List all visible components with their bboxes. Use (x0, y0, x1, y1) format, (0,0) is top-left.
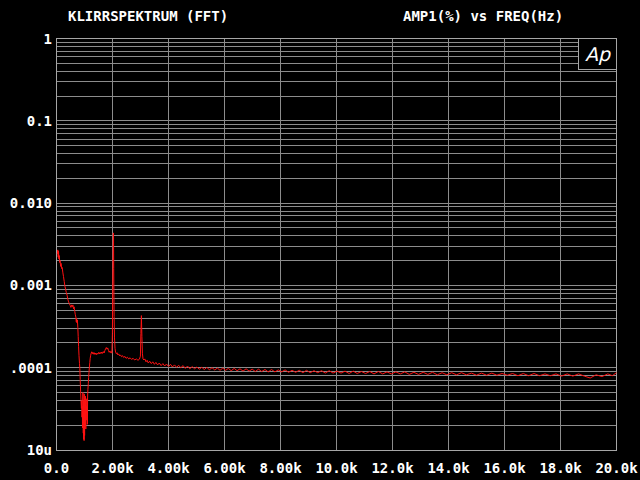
y-tick-label: 10u (0, 442, 52, 458)
x-tick-label: 18.0k (529, 460, 593, 476)
x-tick-label: 20.0k (585, 460, 640, 476)
y-tick-label: 0.010 (0, 195, 52, 211)
y-tick-label: 1 (0, 31, 52, 47)
x-tick-label: 8.00k (249, 460, 313, 476)
plot-area (0, 0, 640, 480)
ap-logo: Ap (578, 38, 617, 70)
x-tick-label: 14.0k (417, 460, 481, 476)
x-tick-label: 10.0k (305, 460, 369, 476)
y-tick-label: .0001 (0, 360, 52, 376)
x-tick-label: 16.0k (473, 460, 537, 476)
x-tick-label: 4.00k (137, 460, 201, 476)
x-tick-label: 0.0 (25, 460, 89, 476)
ap-logo-text: Ap (585, 43, 610, 65)
x-tick-label: 6.00k (193, 460, 257, 476)
x-tick-label: 12.0k (361, 460, 425, 476)
x-tick-label: 2.00k (81, 460, 145, 476)
y-tick-label: 0.001 (0, 277, 52, 293)
y-tick-label: 0.1 (0, 113, 52, 129)
